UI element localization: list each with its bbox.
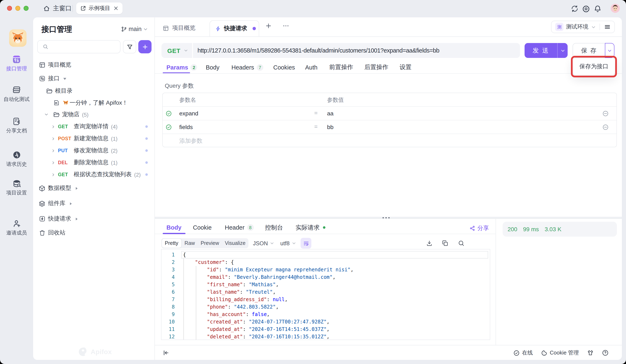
merch-tshirt-icon[interactable]	[587, 350, 594, 356]
traffic-minimize-button[interactable]	[15, 6, 20, 11]
editor-gutter: 123456789101112	[161, 249, 181, 340]
cookie-manager[interactable]: Cookie 管理	[541, 349, 579, 357]
filter-button[interactable]	[123, 40, 136, 53]
code-line: "first_name": "Mathias",	[183, 281, 279, 288]
check-circle-icon[interactable]	[166, 110, 172, 117]
project-window-tab[interactable]: 示例项目	[76, 2, 122, 14]
rail-item-share-docs[interactable]: 分享文档	[0, 117, 33, 134]
tree-item-api-put-update-pet[interactable]: PUT 修改宠物信息 (2)	[33, 145, 155, 156]
more-tabs-icon[interactable]	[282, 22, 289, 29]
left-rail: 接口管理 自动化测试 分享文档 请求历史 项目设置	[0, 17, 33, 364]
rail-item-api-management[interactable]: 接口管理	[0, 55, 33, 72]
rail-item-request-history[interactable]: 请求历史	[0, 150, 33, 168]
cookie-label: Cookie 管理	[550, 349, 579, 357]
tab-response-body[interactable]: Body	[166, 221, 182, 234]
tree-item-api-get-pet-detail[interactable]: GET 查询宠物详情 (4)	[33, 121, 155, 132]
environment-selector[interactable]: 测 测试环境	[551, 21, 615, 33]
param-row-expand[interactable]: expand = aa	[163, 107, 617, 120]
language-select[interactable]: JSON	[253, 238, 274, 248]
view-mode-pretty[interactable]: Pretty	[161, 238, 182, 248]
sidebar-item-project-overview[interactable]: 项目概览	[33, 59, 155, 70]
param-value[interactable]: bb	[327, 124, 333, 130]
tab-pre-operations[interactable]: 前置操作	[329, 61, 353, 73]
remove-row-icon[interactable]	[602, 124, 609, 130]
rail-item-project-settings[interactable]: 项目设置	[0, 179, 33, 197]
notifications-bell-icon[interactable]	[592, 3, 603, 14]
search-code-icon[interactable]	[458, 240, 465, 247]
param-name[interactable]: fields	[179, 124, 193, 130]
branch-selector[interactable]: main	[121, 26, 148, 32]
tab-label: Params	[166, 64, 188, 70]
tree-item-root-folder[interactable]: 根目录	[33, 85, 155, 97]
view-mode-preview[interactable]: Preview	[198, 240, 222, 246]
response-body-editor[interactable]: 123456789101112 { "customer": { "id": "m…	[161, 249, 490, 340]
tab-post-operations[interactable]: 后置操作	[364, 61, 388, 73]
tab-cookies[interactable]: Cookies	[273, 61, 295, 73]
online-status[interactable]: 在线	[513, 349, 533, 357]
user-avatar[interactable]	[611, 4, 620, 13]
sidebar-panel: 接口管理 main	[33, 17, 155, 360]
collapse-sidebar-icon[interactable]	[163, 350, 169, 356]
chevron-right-icon	[51, 161, 55, 165]
remove-row-icon[interactable]	[602, 110, 609, 117]
url-input[interactable]: http://127.0.0.1:3658/m1/589286-554381-d…	[193, 47, 439, 54]
sidebar-item-components[interactable]: 组件库	[33, 198, 155, 209]
encoding-select[interactable]: utf8	[280, 238, 296, 248]
rail-item-automated-testing[interactable]: 自动化测试	[0, 85, 33, 103]
project-logo[interactable]	[9, 29, 27, 47]
tab-params[interactable]: Params 2	[166, 61, 197, 73]
tree-item-api-post-create-pet[interactable]: POST 新建宠物信息 (1)	[33, 133, 155, 144]
add-button[interactable]	[138, 40, 152, 53]
new-tab-icon[interactable]	[265, 22, 272, 29]
method-select[interactable]: GET	[161, 47, 192, 54]
add-param-row[interactable]: 添加参数	[163, 134, 617, 148]
word-wrap-button[interactable]	[301, 238, 311, 249]
send-button[interactable]: 发 送	[525, 43, 568, 58]
close-tab-icon[interactable]	[114, 6, 118, 11]
tree-item-api-del-delete-pet[interactable]: DEL 删除宠物信息 (1)	[33, 157, 155, 168]
tab-settings[interactable]: 设置	[399, 61, 412, 73]
tree-item-folder-petstore[interactable]: 宠物店 (5)	[33, 109, 155, 120]
menu-hamburger-icon[interactable]	[600, 24, 614, 30]
splitter-handle[interactable]	[383, 217, 390, 218]
editor-code: { "customer": { "id": "minim Excepteur m…	[182, 249, 490, 340]
method-value: GET	[167, 47, 181, 54]
tab-body[interactable]: Body	[206, 61, 219, 73]
tab-actual-request[interactable]: 实际请求	[296, 221, 325, 234]
view-mode-raw[interactable]: Raw	[182, 240, 198, 246]
tree-item-count: (4)	[111, 124, 117, 130]
tab-response-header[interactable]: Header 8	[225, 221, 254, 234]
sidebar-item-trash[interactable]: 回收站	[33, 227, 155, 239]
sidebar-item-data-models[interactable]: 数据模型	[33, 182, 155, 194]
traffic-zoom-button[interactable]	[23, 6, 28, 11]
view-mode-visualize[interactable]: Visualize	[222, 240, 248, 246]
content-panel: 接口管理 main	[33, 17, 622, 360]
param-name[interactable]: expand	[179, 110, 198, 117]
help-icon[interactable]	[602, 350, 609, 356]
traffic-close-button[interactable]	[7, 6, 12, 11]
sidebar-item-quick-request[interactable]: 快捷请求	[33, 213, 155, 225]
home-window-tab[interactable]: 主窗口	[43, 3, 72, 13]
check-circle-icon[interactable]	[166, 124, 172, 130]
rail-item-invite-members[interactable]: 邀请成员	[0, 219, 33, 237]
settings-gear-icon[interactable]	[581, 3, 591, 14]
share-link[interactable]: 分享	[470, 225, 489, 232]
tab-headers[interactable]: Headers 7	[232, 61, 263, 73]
download-icon[interactable]	[426, 240, 433, 247]
tab-auth[interactable]: Auth	[305, 61, 317, 73]
tab-project-overview[interactable]: 项目概览	[163, 24, 196, 32]
refresh-icon[interactable]	[569, 3, 580, 14]
tree-item-api-get-pets-by-status[interactable]: GET 根据状态查找宠物列表 (2)	[33, 169, 155, 180]
tab-quick-request[interactable]: 快捷请求	[209, 20, 259, 36]
tab-response-cookie[interactable]: Cookie	[193, 221, 212, 234]
send-options-chevron[interactable]	[558, 43, 568, 58]
param-row-fields[interactable]: fields = bb	[163, 120, 617, 134]
param-value[interactable]: aa	[327, 110, 333, 117]
status-size: 3.03 K	[545, 226, 561, 232]
copy-icon[interactable]	[442, 240, 448, 247]
search-input[interactable]	[37, 40, 120, 53]
tab-console[interactable]: 控制台	[265, 221, 283, 234]
tree-item-doc-apifox-intro[interactable]: 一分钟，了解 Apifox！	[33, 97, 155, 109]
sidebar-item-api-section[interactable]: 接口	[33, 73, 155, 84]
send-label: 发 送	[525, 43, 557, 58]
